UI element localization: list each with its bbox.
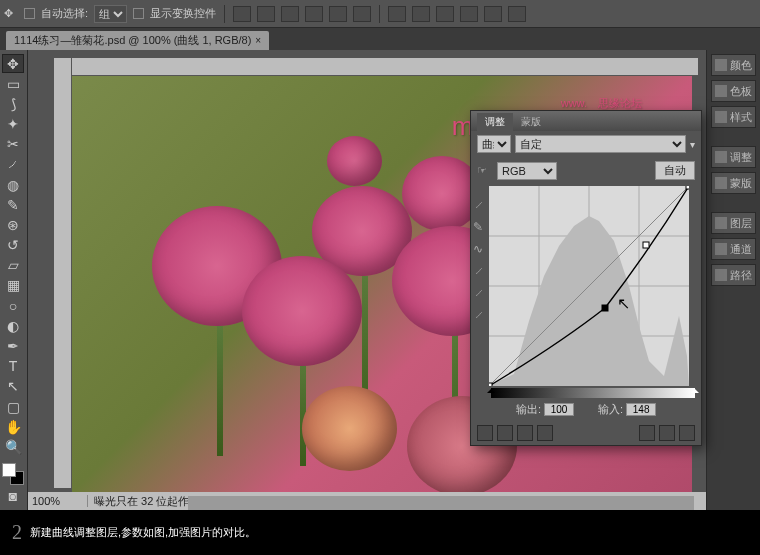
- tab-adjust[interactable]: 调整: [477, 113, 513, 131]
- input-field[interactable]: [626, 403, 656, 416]
- dist-btn-5[interactable]: [484, 6, 502, 22]
- auto-button[interactable]: 自动: [655, 161, 695, 180]
- trash-icon[interactable]: [679, 425, 695, 441]
- clip-icon[interactable]: [517, 425, 533, 441]
- history-brush-tool[interactable]: ↺: [2, 236, 24, 255]
- path-tool[interactable]: ↖: [2, 377, 24, 396]
- shape-tool[interactable]: ▢: [2, 397, 24, 416]
- dist-btn-4[interactable]: [460, 6, 478, 22]
- on-image-tool-icon[interactable]: ☞: [477, 164, 493, 177]
- panel-swatch[interactable]: 色板: [711, 80, 756, 102]
- palette-icon: [715, 59, 727, 71]
- panel-mask[interactable]: 蒙版: [711, 172, 756, 194]
- move-tool[interactable]: ✥: [2, 54, 24, 73]
- show-transform-label: 显示变换控件: [150, 6, 216, 21]
- dist-btn-1[interactable]: [388, 6, 406, 22]
- panel-adjust[interactable]: 调整: [711, 146, 756, 168]
- grid-icon: [715, 85, 727, 97]
- channel-dropdown[interactable]: RGB: [497, 162, 557, 180]
- move-tool-icon: ✥: [4, 7, 18, 21]
- white-slider[interactable]: [691, 385, 699, 393]
- show-transform-checkbox[interactable]: [133, 8, 144, 19]
- ruler-vertical[interactable]: [54, 58, 72, 488]
- separator: [379, 5, 380, 23]
- color-swatches[interactable]: [2, 463, 24, 485]
- adjustment-type[interactable]: 曲线: [477, 135, 511, 153]
- curves-header[interactable]: 调整 蒙版: [471, 111, 701, 131]
- auto-select-checkbox[interactable]: [24, 8, 35, 19]
- black-slider[interactable]: [487, 385, 495, 393]
- close-tab-icon[interactable]: ×: [255, 35, 261, 46]
- h-scrollbar[interactable]: [188, 496, 694, 510]
- right-panel-dock: 颜色 色板 样式 调整 蒙版 图层 通道 路径: [706, 50, 760, 510]
- curves-panel[interactable]: 调整 蒙版 曲线 自定 ▾ ☞ RGB 自动 ⟋ ✎ ∿ ⟋ ⟋ ⟋: [470, 110, 702, 446]
- circle-icon: [715, 151, 727, 163]
- crop-tool[interactable]: ✂: [2, 135, 24, 154]
- auto-select-label: 自动选择:: [41, 6, 88, 21]
- hand-tool[interactable]: ✋: [2, 417, 24, 436]
- mask-icon: [715, 177, 727, 189]
- pen-tool[interactable]: ✒: [2, 336, 24, 355]
- align-btn-5[interactable]: [329, 6, 347, 22]
- healing-tool[interactable]: ◍: [2, 175, 24, 194]
- eyedropper-tool[interactable]: ⟋: [2, 155, 24, 174]
- channel-row: ☞ RGB 自动: [471, 157, 701, 184]
- eyedrop-gray-icon[interactable]: ⟋: [473, 286, 487, 300]
- curves-footer: [471, 421, 701, 445]
- caption-text: 新建曲线调整图层,参数如图,加强图片的对比。: [30, 525, 256, 540]
- align-btn-1[interactable]: [233, 6, 251, 22]
- paths-icon: [715, 269, 727, 281]
- blur-tool[interactable]: ○: [2, 296, 24, 315]
- reset-icon[interactable]: [659, 425, 675, 441]
- align-btn-4[interactable]: [305, 6, 323, 22]
- panel-color[interactable]: 颜色: [711, 54, 756, 76]
- type-tool[interactable]: T: [2, 357, 24, 376]
- eyedrop-white-icon[interactable]: ⟋: [473, 308, 487, 322]
- input-gradient[interactable]: [491, 388, 695, 398]
- quickmask-toggle[interactable]: ◙: [2, 487, 24, 506]
- align-btn-6[interactable]: [353, 6, 371, 22]
- status-bar: 100% 曝光只在 32 位起作用: [28, 492, 706, 510]
- lasso-tool[interactable]: ⟆: [2, 94, 24, 113]
- dist-btn-6[interactable]: [508, 6, 526, 22]
- return-icon[interactable]: [477, 425, 493, 441]
- align-btn-3[interactable]: [281, 6, 299, 22]
- panel-layers[interactable]: 图层: [711, 212, 756, 234]
- separator: [224, 5, 225, 23]
- curve-tool-icon[interactable]: ⟋: [473, 198, 487, 212]
- zoom-level[interactable]: 100%: [28, 495, 88, 507]
- zoom-tool[interactable]: 🔍: [2, 437, 24, 456]
- curves-plot[interactable]: ↖: [489, 186, 689, 386]
- tab-mask[interactable]: 蒙版: [513, 113, 549, 131]
- gradient-tool[interactable]: ▦: [2, 276, 24, 295]
- flower: [327, 136, 382, 186]
- brush-tool[interactable]: ✎: [2, 195, 24, 214]
- prev-icon[interactable]: [639, 425, 655, 441]
- panel-channels[interactable]: 通道: [711, 238, 756, 260]
- marquee-tool[interactable]: ▭: [2, 74, 24, 93]
- align-btn-2[interactable]: [257, 6, 275, 22]
- flower: [302, 386, 397, 471]
- eraser-tool[interactable]: ▱: [2, 256, 24, 275]
- dodge-tool[interactable]: ◐: [2, 316, 24, 335]
- pencil-tool-icon[interactable]: ✎: [473, 220, 487, 234]
- eye-icon[interactable]: [537, 425, 553, 441]
- eyedrop-black-icon[interactable]: ⟋: [473, 264, 487, 278]
- new-layer-icon[interactable]: [497, 425, 513, 441]
- ruler-horizontal[interactable]: [72, 58, 698, 76]
- smooth-icon[interactable]: ∿: [473, 242, 487, 256]
- dist-btn-3[interactable]: [436, 6, 454, 22]
- panel-styles[interactable]: 样式: [711, 106, 756, 128]
- panel-paths[interactable]: 路径: [711, 264, 756, 286]
- output-field[interactable]: [544, 403, 574, 416]
- preset-dropdown[interactable]: 自定: [515, 135, 686, 153]
- doc-tab[interactable]: 1114练习—雏菊花.psd @ 100% (曲线 1, RGB/8) ×: [6, 31, 269, 50]
- dist-btn-2[interactable]: [412, 6, 430, 22]
- wand-tool[interactable]: ✦: [2, 115, 24, 134]
- foreground-swatch[interactable]: [2, 463, 16, 477]
- options-bar: ✥ 自动选择: 组 显示变换控件: [0, 0, 760, 28]
- flower: [242, 256, 362, 366]
- stamp-tool[interactable]: ⊛: [2, 215, 24, 234]
- auto-select-dropdown[interactable]: 组: [94, 5, 127, 23]
- menu-icon[interactable]: ▾: [690, 139, 695, 150]
